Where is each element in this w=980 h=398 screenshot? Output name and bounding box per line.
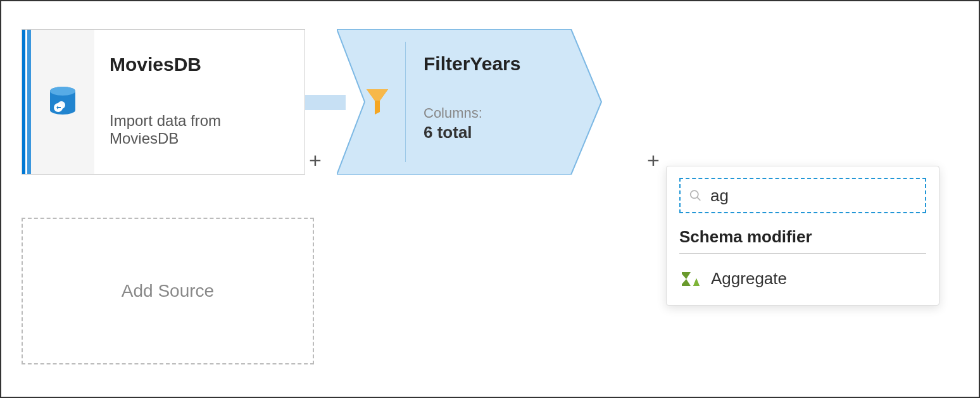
add-source-label: Add Source [122,281,214,301]
database-icon [49,86,77,118]
search-input[interactable] [710,186,916,206]
filter-icon-column [337,29,405,175]
popup-section-title: Schema modifier [679,227,926,247]
svg-point-4 [691,190,698,198]
source-icon-column [31,30,94,174]
popup-item-label: Aggregate [711,269,787,289]
search-icon [689,189,701,202]
aggregate-icon [681,271,701,287]
add-step-button-2[interactable]: + [647,148,660,173]
funnel-icon [365,88,389,116]
filter-node-filteryears[interactable]: FilterYears Columns: 6 total [337,29,603,175]
source-title: MoviesDB [110,54,289,75]
filter-columns-label: Columns: [424,105,590,121]
transformation-picker-popup: Schema modifier Aggregate [666,166,939,306]
add-source-placeholder[interactable]: Add Source [22,218,314,364]
source-accent-stripe [22,30,31,174]
popup-item-aggregate[interactable]: Aggregate [679,265,926,292]
svg-point-1 [50,87,75,96]
add-step-button-1[interactable]: + [309,148,322,173]
popup-divider [679,253,926,254]
filter-columns-value: 6 total [424,123,590,142]
svg-line-5 [697,197,700,201]
search-box[interactable] [679,178,926,213]
filter-title: FilterYears [424,53,590,75]
source-description: Import data from MoviesDB [110,112,289,147]
source-node-moviesdb[interactable]: MoviesDB Import data from MoviesDB [22,29,305,175]
